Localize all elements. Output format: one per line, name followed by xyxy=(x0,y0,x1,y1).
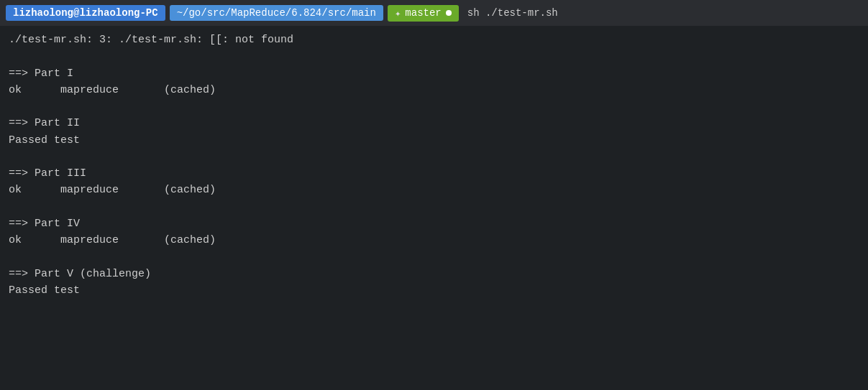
branch-name: master xyxy=(405,7,441,19)
empty-line-4 xyxy=(9,199,859,215)
titlebar-user: lizhaolong@lizhaolong-PC xyxy=(6,5,165,21)
error-line: ./test-mr.sh: 3: ./test-mr.sh: [[: not f… xyxy=(9,32,859,48)
empty-line-3 xyxy=(9,149,859,165)
terminal-body: ./test-mr.sh: 3: ./test-mr.sh: [[: not f… xyxy=(0,26,868,390)
terminal-window: lizhaolong@lizhaolong-PC ~/go/src/MapRed… xyxy=(0,0,868,390)
empty-line-1 xyxy=(9,48,859,65)
part3-header: ==> Part III xyxy=(9,165,859,182)
git-icon: ✦ xyxy=(395,7,401,19)
titlebar-command: sh ./test-mr.sh xyxy=(463,5,562,21)
part2-result: Passed test xyxy=(9,132,859,149)
part4-result: ok mapreduce (cached) xyxy=(9,232,859,249)
part3-result: ok mapreduce (cached) xyxy=(9,182,859,198)
part2-header: ==> Part II xyxy=(9,115,859,131)
part5-result: Passed test xyxy=(9,282,859,299)
titlebar-path: ~/go/src/MapReduce/6.824/src/main xyxy=(170,5,383,21)
part1-header: ==> Part I xyxy=(9,65,859,82)
part1-result: ok mapreduce (cached) xyxy=(9,82,859,98)
part5-header: ==> Part V (challenge) xyxy=(9,266,859,282)
empty-line-2 xyxy=(9,98,859,115)
empty-line-5 xyxy=(9,249,859,265)
titlebar-branch: ✦ master xyxy=(388,5,459,22)
branch-dot xyxy=(446,10,452,16)
terminal-titlebar: lizhaolong@lizhaolong-PC ~/go/src/MapRed… xyxy=(0,0,868,26)
part4-header: ==> Part IV xyxy=(9,215,859,232)
